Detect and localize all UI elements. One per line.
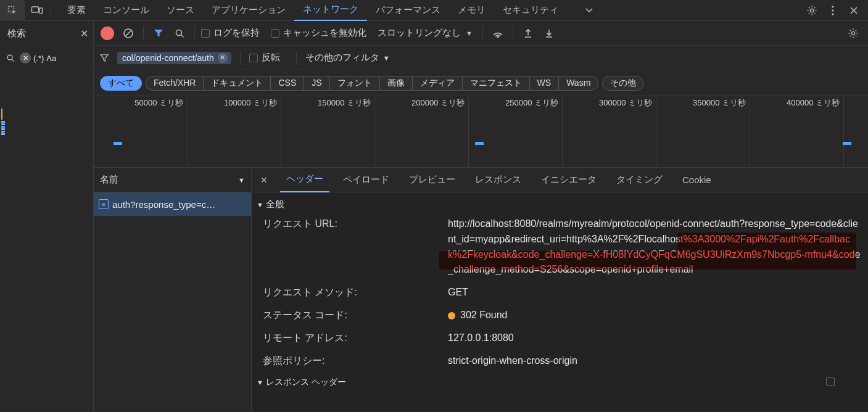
value-request-method: GET [448, 285, 862, 300]
tab-preview[interactable]: プレビュー [403, 168, 461, 192]
import-har-icon[interactable] [540, 25, 558, 42]
type-filter-row: すべて Fetch/XHR ドキュメント CSS JS フォント 画像 メディア… [0, 70, 868, 96]
search-pane-body [0, 70, 94, 96]
separator [143, 27, 144, 40]
close-details-icon[interactable]: ✕ [255, 175, 273, 185]
filter-text: col/openid-connect/auth [122, 53, 214, 63]
filter-toggle-icon[interactable] [150, 25, 167, 42]
settings-gear-icon[interactable] [801, 0, 822, 21]
tab-cookies[interactable]: Cookie [676, 168, 717, 192]
detail-body: ▼ 全般 リクエスト URL: http://localhost:8080/re… [252, 192, 868, 412]
general-section-toggle[interactable]: ▼ 全般 [252, 196, 868, 213]
invert-checkbox[interactable]: 反転 [249, 52, 280, 64]
separator [240, 51, 241, 65]
type-fetch-xhr[interactable]: Fetch/XHR [146, 76, 203, 91]
toolbar-row: 検索 ✕ ログを保持 キャッシュを無効化 スロットリングなし ▼ [0, 21, 868, 46]
type-ws[interactable]: WS [529, 76, 559, 91]
tab-elements[interactable]: 要素 [59, 0, 94, 21]
chevron-down-icon: ▼ [238, 176, 245, 184]
tab-memory[interactable]: メモリ [449, 0, 494, 21]
search-pane-toolbar: ✕ (.*) Aa [0, 46, 94, 70]
regex-toggle[interactable]: (.*) [33, 54, 44, 63]
type-other[interactable]: その他 [602, 76, 644, 91]
case-toggle[interactable]: Aa [46, 54, 56, 63]
more-tabs-icon[interactable] [577, 0, 601, 21]
filter-input[interactable]: col/openid-connect/auth ✕ [117, 52, 231, 64]
value-referrer-policy: strict-origin-when-cross-origin [448, 353, 862, 369]
request-row[interactable]: ≡ auth?response_type=c… [94, 192, 251, 216]
type-img[interactable]: 画像 [379, 76, 412, 91]
tab-headers[interactable]: ヘッダー [280, 168, 329, 192]
wf-label: 100000 ミリ秒 [224, 97, 277, 109]
wf-label: 350000 ミリ秒 [693, 97, 746, 109]
type-group: Fetch/XHR ドキュメント CSS JS フォント 画像 メディア マニフ… [146, 76, 598, 91]
svg-point-4 [832, 6, 833, 7]
network-settings-gear-icon[interactable] [845, 25, 862, 42]
wf-label: 200000 ミリ秒 [411, 97, 465, 109]
inspect-element-icon[interactable] [0, 0, 25, 21]
tab-application[interactable]: アプリケーション [203, 0, 294, 21]
type-css[interactable]: CSS [270, 76, 304, 91]
tab-response[interactable]: レスポンス [469, 168, 527, 192]
wf-label: 50000 ミリ秒 [134, 97, 183, 109]
tab-network[interactable]: ネットワーク [294, 0, 367, 21]
waterfall-left-gutter [0, 96, 94, 168]
waterfall-overview[interactable]: 50000 ミリ秒 100000 ミリ秒 150000 ミリ秒 200000 ミ… [0, 96, 868, 168]
type-doc[interactable]: ドキュメント [203, 76, 270, 91]
raw-headers-checkbox[interactable] [826, 377, 838, 388]
row-request-url: リクエスト URL: http://localhost:8080/realms/… [252, 213, 868, 281]
export-har-icon[interactable] [519, 25, 537, 42]
wf-label: 300000 ミリ秒 [599, 97, 652, 109]
detail-tabs: ✕ ヘッダー ペイロード プレビュー レスポンス イニシエータ タイミング Co… [252, 168, 868, 192]
separator [482, 27, 483, 40]
tab-payload[interactable]: ペイロード [337, 168, 395, 192]
record-button[interactable] [99, 25, 116, 42]
wf-label: 150000 ミリ秒 [318, 97, 371, 109]
type-manifest[interactable]: マニフェスト [462, 76, 529, 91]
tab-security[interactable]: セキュリティ [494, 0, 567, 21]
wf-request-mark [475, 142, 484, 145]
separator [51, 4, 51, 17]
tab-initiator[interactable]: イニシエータ [535, 168, 603, 192]
search-pane-close-icon[interactable]: ✕ [80, 28, 88, 39]
chevron-down-icon: ▼ [383, 54, 390, 62]
disable-cache-checkbox[interactable]: キャッシュを無効化 [271, 27, 366, 39]
search-icon[interactable] [171, 25, 188, 42]
wf-request-mark [843, 142, 851, 145]
close-devtools-icon[interactable] [843, 0, 864, 21]
type-all[interactable]: すべて [100, 76, 142, 91]
clear-filter-icon[interactable]: ✕ [218, 53, 228, 63]
other-filters-dropdown[interactable]: その他のフィルタ ▼ [305, 52, 390, 64]
tab-performance[interactable]: パフォーマンス [367, 0, 449, 21]
search-input-icon[interactable] [4, 49, 17, 67]
waterfall-main: 50000 ミリ秒 100000 ミリ秒 150000 ミリ秒 200000 ミ… [94, 96, 868, 168]
label-request-method: リクエスト メソッド: [263, 285, 448, 300]
svg-point-10 [851, 31, 854, 35]
request-name-column: 名前 ▼ ≡ auth?response_type=c… [94, 168, 252, 412]
svg-rect-1 [32, 7, 39, 12]
device-toggle-icon[interactable] [25, 0, 49, 21]
value-status-code: 302 Found [448, 308, 862, 323]
clear-button[interactable] [120, 25, 137, 42]
search-pane-body-2 [0, 168, 94, 412]
type-wasm[interactable]: Wasm [558, 76, 598, 91]
response-headers-section[interactable]: ▼ レスポンス ヘッダー [252, 372, 868, 388]
svg-point-11 [7, 55, 12, 60]
name-column-header[interactable]: 名前 ▼ [94, 168, 251, 192]
separator [296, 51, 297, 65]
clear-search-icon[interactable]: ✕ [20, 52, 31, 64]
kebab-menu-icon[interactable] [822, 0, 843, 21]
row-remote-address: リモート アドレス: 127.0.0.1:8080 [252, 327, 868, 350]
value-request-url: http://localhost:8080/realms/myrealm/pro… [448, 216, 862, 278]
network-conditions-icon[interactable] [489, 25, 506, 42]
preserve-log-checkbox[interactable]: ログを保持 [201, 27, 260, 39]
type-font[interactable]: フォント [329, 76, 379, 91]
value-remote-address: 127.0.0.1:8080 [448, 331, 862, 346]
svg-point-9 [497, 36, 498, 38]
tab-sources[interactable]: ソース [158, 0, 203, 21]
tab-console[interactable]: コンソール [94, 0, 158, 21]
throttling-select[interactable]: スロットリングなし ▼ [378, 27, 473, 39]
type-media[interactable]: メディア [412, 76, 462, 91]
type-js[interactable]: JS [304, 76, 329, 91]
tab-timing[interactable]: タイミング [610, 168, 669, 192]
